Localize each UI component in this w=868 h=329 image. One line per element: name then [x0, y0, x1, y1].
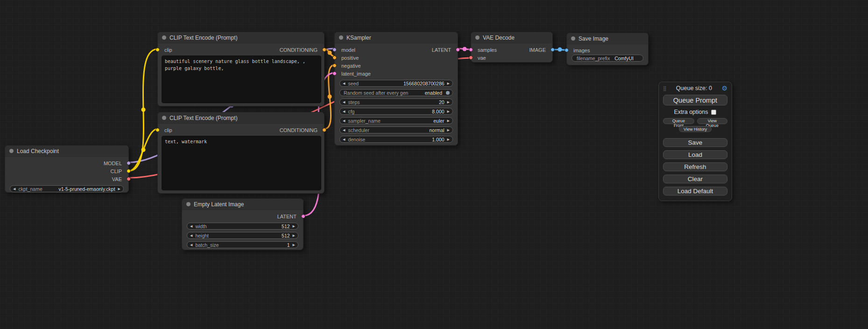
collapse-dot[interactable]: [571, 36, 575, 41]
latent-output-port[interactable]: [456, 48, 460, 52]
node-clip-text-encode-negative[interactable]: CLIP Text Encode (Prompt) clip CONDITION…: [157, 112, 325, 194]
view-queue-button[interactable]: View Queue: [697, 118, 727, 124]
collapse-dot[interactable]: [9, 149, 14, 153]
node-empty-latent-image[interactable]: Empty Latent Image LATENT ◀ width 512 ▶ …: [182, 198, 303, 250]
arrow-right-icon[interactable]: ▶: [447, 138, 450, 141]
seed-widget[interactable]: ◀ seed 156680208700286 ▶: [339, 80, 453, 87]
output-slot-image: IMAGE: [510, 46, 552, 54]
steps-widget[interactable]: ◀ steps 20 ▶: [339, 98, 453, 105]
slot-label: MODEL: [104, 161, 122, 166]
vae-output-port[interactable]: [127, 177, 131, 181]
negative-input-port[interactable]: [332, 63, 337, 68]
arrow-left-icon[interactable]: ◀: [343, 82, 345, 85]
arrow-left-icon[interactable]: ◀: [190, 224, 192, 228]
filename-prefix-widget[interactable]: filename_prefix ComfyUI: [572, 55, 643, 62]
denoise-widget[interactable]: ◀ denoise 1.000 ▶: [339, 136, 453, 143]
height-widget[interactable]: ◀ height 512 ▶: [187, 232, 298, 239]
slot-label: CONDITIONING: [280, 127, 318, 133]
collapse-dot[interactable]: [475, 35, 480, 40]
extra-options-checkbox[interactable]: [711, 110, 716, 115]
view-history-button[interactable]: View History: [679, 126, 712, 132]
vae-input-port[interactable]: [469, 56, 473, 60]
batch-size-widget[interactable]: ◀ batch_size 1 ▶: [187, 241, 298, 248]
arrow-left-icon[interactable]: ◀: [343, 119, 345, 122]
collapse-dot[interactable]: [339, 35, 343, 40]
queue-prompt-button[interactable]: Queue Prompt: [663, 95, 727, 105]
negative-prompt-textarea[interactable]: text, watermark: [162, 136, 321, 190]
width-widget[interactable]: ◀ width 512 ▶: [187, 223, 298, 230]
latent-output-port[interactable]: [301, 214, 305, 218]
node-header[interactable]: CLIP Text Encode (Prompt): [158, 112, 324, 124]
arrow-right-icon[interactable]: ▶: [447, 100, 450, 104]
widget-name: sampler_name: [348, 118, 380, 124]
node-save-image[interactable]: Save Image images filename_prefix ComfyU…: [566, 33, 649, 65]
queue-size-label: Queue size: 0: [666, 85, 721, 91]
drag-handle-icon[interactable]: ⣿: [663, 86, 666, 91]
collapse-dot[interactable]: [162, 116, 166, 120]
image-output-port[interactable]: [550, 48, 555, 52]
node-header[interactable]: Load Checkpoint: [5, 146, 128, 157]
node-header[interactable]: KSampler: [335, 32, 458, 43]
arrow-left-icon[interactable]: ◀: [343, 110, 345, 113]
widget-value: 20: [439, 99, 445, 105]
ckpt-name-widget[interactable]: ◀ ckpt_name v1-5-pruned-emaonly.ckpt ▶: [10, 185, 124, 192]
graph-canvas[interactable]: Load Checkpoint MODEL CLIP VAE ◀ ckpt_na…: [0, 0, 868, 329]
queue-front-button[interactable]: Queue Front: [663, 118, 694, 124]
arrow-right-icon[interactable]: ▶: [118, 187, 120, 190]
node-load-checkpoint[interactable]: Load Checkpoint MODEL CLIP VAE ◀ ckpt_na…: [5, 145, 129, 193]
collapse-dot[interactable]: [162, 35, 166, 40]
arrow-right-icon[interactable]: ▶: [447, 128, 450, 132]
arrow-right-icon[interactable]: ▶: [293, 224, 295, 228]
arrow-left-icon[interactable]: ◀: [190, 234, 192, 237]
refresh-button[interactable]: Refresh: [663, 162, 727, 171]
arrow-left-icon[interactable]: ◀: [343, 100, 345, 104]
arrow-left-icon[interactable]: ◀: [13, 187, 15, 190]
node-header[interactable]: VAE Decode: [471, 32, 552, 43]
images-input-port[interactable]: [565, 48, 569, 52]
clip-input-port[interactable]: [155, 48, 160, 52]
widget-value: 1.000: [432, 137, 444, 142]
clear-button[interactable]: Clear: [663, 175, 727, 183]
slot-label: IMAGE: [529, 47, 546, 53]
settings-gear-icon[interactable]: ⚙: [721, 84, 727, 92]
node-title: VAE Decode: [483, 35, 515, 41]
widget-name: steps: [348, 99, 360, 105]
toggle-on-indicator[interactable]: [446, 91, 450, 95]
arrow-right-icon[interactable]: ▶: [447, 110, 450, 113]
positive-prompt-textarea[interactable]: beautiful scenery nature glass bottle la…: [162, 56, 321, 103]
arrow-right-icon[interactable]: ▶: [293, 234, 295, 237]
collapse-dot[interactable]: [186, 202, 191, 206]
arrow-right-icon[interactable]: ▶: [447, 82, 450, 85]
cfg-widget[interactable]: ◀ cfg 8.000 ▶: [339, 108, 453, 115]
random-seed-toggle-widget[interactable]: Random seed after every gen enabled: [339, 89, 453, 96]
load-default-button[interactable]: Load Default: [663, 187, 727, 196]
scheduler-widget[interactable]: ◀ scheduler normal ▶: [339, 126, 453, 133]
widget-name: filename_prefix: [577, 56, 610, 61]
widget-value: euler: [433, 118, 444, 124]
wire-dot-positive: [328, 51, 332, 55]
model-output-port[interactable]: [127, 161, 131, 165]
node-header[interactable]: Empty Latent Image: [182, 199, 303, 210]
clip-output-port[interactable]: [127, 169, 131, 173]
node-clip-text-encode-positive[interactable]: CLIP Text Encode (Prompt) clip CONDITION…: [157, 32, 325, 106]
arrow-left-icon[interactable]: ◀: [343, 138, 345, 141]
save-button[interactable]: Save: [663, 138, 727, 147]
latent-image-input-port[interactable]: [332, 71, 337, 76]
arrow-left-icon[interactable]: ◀: [190, 243, 192, 246]
conditioning-output-port[interactable]: [322, 128, 326, 132]
node-header[interactable]: CLIP Text Encode (Prompt): [158, 32, 324, 43]
clip-input-port[interactable]: [155, 128, 160, 132]
model-input-port[interactable]: [332, 48, 337, 52]
node-vae-decode[interactable]: VAE Decode samples vae IMAGE: [471, 32, 553, 63]
load-button[interactable]: Load: [663, 150, 727, 159]
node-ksampler[interactable]: KSampler model positive negative latent_…: [334, 32, 458, 146]
positive-input-port[interactable]: [332, 56, 337, 60]
sampler-name-widget[interactable]: ◀ sampler_name euler ▶: [339, 117, 453, 124]
arrow-right-icon[interactable]: ▶: [447, 119, 450, 122]
node-header[interactable]: Save Image: [567, 33, 648, 44]
arrow-right-icon[interactable]: ▶: [293, 243, 295, 246]
conditioning-output-port[interactable]: [322, 48, 326, 52]
samples-input-port[interactable]: [469, 48, 473, 52]
arrow-left-icon[interactable]: ◀: [343, 128, 345, 132]
extra-options-label: Extra options: [674, 109, 708, 115]
